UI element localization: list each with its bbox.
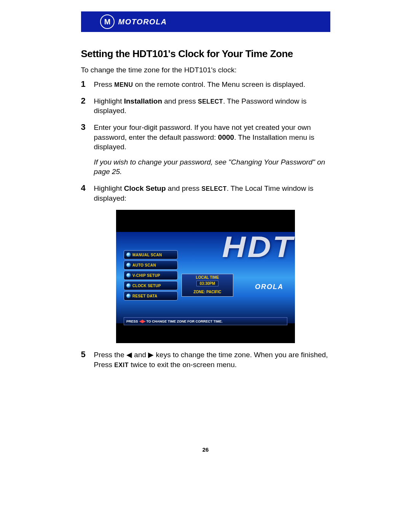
header-bar: M MOTOROLA xyxy=(81,11,330,32)
text: Press xyxy=(94,80,115,88)
key-menu: MENU xyxy=(114,81,133,88)
step-4: 4 Highlight Clock Setup and press SELECT… xyxy=(81,184,330,203)
bullet-icon xyxy=(126,263,131,267)
help-text-pre: PRESS xyxy=(126,320,138,323)
key-select: SELECT xyxy=(202,185,227,192)
tv-screenshot: HDTV OROLA MANUAL SCAN AUTO SCAN V-CHIP … xyxy=(116,210,295,343)
bullet-icon xyxy=(126,283,131,288)
dialog-zone: ZONE: PACIFIC xyxy=(182,290,233,294)
motorola-logo-icon: M xyxy=(100,14,115,29)
text: and xyxy=(132,351,148,359)
text: Press the xyxy=(94,351,127,359)
local-time-dialog: LOCAL TIME 03:30PM ZONE: PACIFIC xyxy=(182,274,233,297)
left-arrow-icon: ◀ xyxy=(126,351,132,359)
menu-label: MANUAL SCAN xyxy=(132,253,162,257)
page-content: Setting the HDT101's Clock for Your Time… xyxy=(81,32,330,370)
text: and press xyxy=(166,184,202,192)
page-heading: Setting the HDT101's Clock for Your Time… xyxy=(81,48,330,60)
page-number: 26 xyxy=(0,446,411,453)
step-body: Press the ◀ and ▶ keys to change the tim… xyxy=(92,350,330,369)
text: twice to exit the on-screen menu. xyxy=(129,361,237,369)
text: on the remote control. The Menu screen i… xyxy=(133,80,305,88)
tv-menu: MANUAL SCAN AUTO SCAN V-CHIP SETUP CLOCK… xyxy=(124,250,178,302)
bold-text: 0000 xyxy=(218,133,234,141)
bold-text: Installation xyxy=(124,97,162,105)
step-number: 2 xyxy=(81,96,92,116)
help-text-post: TO CHANGE TIME ZONE FOR CORRECT TIME. xyxy=(147,320,223,323)
step-2: 2 Highlight Installation and press SELEC… xyxy=(81,96,330,116)
dialog-time: 03:30PM xyxy=(196,281,219,286)
menu-label: CLOCK SETUP xyxy=(132,284,161,288)
bullet-icon xyxy=(126,294,131,298)
menu-item-reset-data: RESET DATA xyxy=(124,291,178,300)
intro-text: To change the time zone for the HDT101's… xyxy=(81,66,330,74)
step-number: 4 xyxy=(81,184,92,203)
step-body: Highlight Clock Setup and press SELECT. … xyxy=(92,184,330,203)
text: and press xyxy=(162,97,198,105)
step-number: 1 xyxy=(81,80,92,89)
dialog-label: LOCAL TIME xyxy=(182,275,233,280)
menu-item-manual-scan: MANUAL SCAN xyxy=(124,250,178,259)
text: Highlight xyxy=(94,184,124,192)
menu-label: AUTO SCAN xyxy=(132,263,156,267)
bold-text: Clock Setup xyxy=(124,184,166,192)
step-number: 3 xyxy=(81,123,92,177)
logo-letter: M xyxy=(104,18,110,26)
step-5: 5 Press the ◀ and ▶ keys to change the t… xyxy=(81,350,330,369)
tv-bg-text: HDTV xyxy=(222,230,295,264)
note-text: If you wish to change your password, see… xyxy=(94,157,330,177)
tv-brand-fragment: OROLA xyxy=(255,283,284,291)
step-number: 5 xyxy=(81,350,92,369)
step-body: Press MENU on the remote control. The Me… xyxy=(92,80,306,89)
menu-label: RESET DATA xyxy=(132,294,157,298)
right-arrow-icon: ▶ xyxy=(148,351,154,359)
step-1: 1 Press MENU on the remote control. The … xyxy=(81,80,330,89)
arrow-left-right-icon: ◀▶ xyxy=(139,319,145,324)
menu-label: V-CHIP SETUP xyxy=(132,273,160,278)
step-3: 3 Enter your four-digit password. If you… xyxy=(81,123,330,177)
key-exit: EXIT xyxy=(114,362,129,368)
step-body: Highlight Installation and press SELECT.… xyxy=(92,96,330,116)
menu-item-vchip-setup: V-CHIP SETUP xyxy=(124,271,178,280)
menu-item-auto-scan: AUTO SCAN xyxy=(124,260,178,270)
text: Highlight xyxy=(94,97,124,105)
manual-page: M MOTOROLA Setting the HDT101's Clock fo… xyxy=(0,0,411,532)
bullet-icon xyxy=(126,252,131,257)
key-select: SELECT xyxy=(198,98,223,105)
bullet-icon xyxy=(126,273,131,278)
brand-wordmark: MOTOROLA xyxy=(118,18,167,26)
step-body: Enter your four-digit password. If you h… xyxy=(92,123,330,177)
menu-item-clock-setup: CLOCK SETUP xyxy=(124,281,178,290)
tv-help-bar: PRESS ◀▶ TO CHANGE TIME ZONE FOR CORRECT… xyxy=(124,317,287,325)
